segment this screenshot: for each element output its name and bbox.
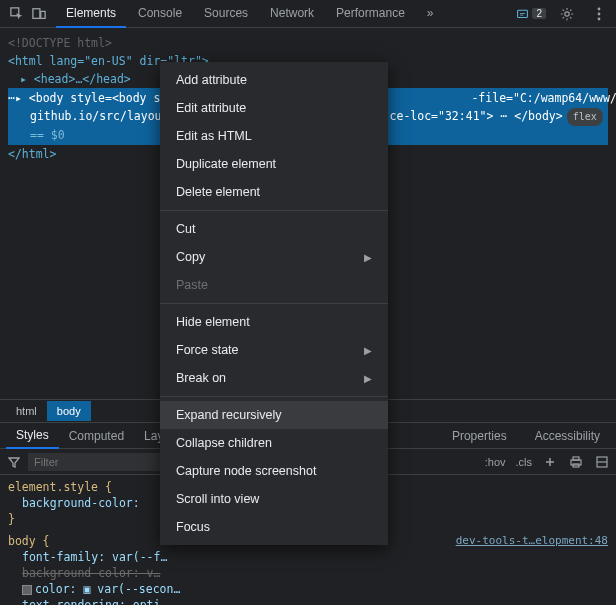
kebab-icon[interactable]: [588, 3, 610, 25]
flex-pill[interactable]: flex: [567, 108, 603, 126]
crumb-html[interactable]: html: [6, 401, 47, 421]
svg-point-6: [598, 12, 601, 15]
issues-icon[interactable]: 2: [516, 7, 546, 20]
tab-console[interactable]: Console: [128, 0, 192, 28]
subtab-properties[interactable]: Properties: [442, 424, 517, 448]
ctx-copy[interactable]: Copy▶: [160, 243, 388, 271]
ctx-duplicate-element[interactable]: Duplicate element: [160, 150, 388, 178]
inspect-icon[interactable]: [6, 3, 28, 25]
tab-network[interactable]: Network: [260, 0, 324, 28]
new-rule-icon[interactable]: [542, 454, 558, 470]
cls-toggle[interactable]: .cls: [516, 456, 533, 468]
ctx-scroll-into-view[interactable]: Scroll into view: [160, 485, 388, 513]
tab-more[interactable]: »: [417, 0, 444, 28]
tab-sources[interactable]: Sources: [194, 0, 258, 28]
ctx-hide-element[interactable]: Hide element: [160, 308, 388, 336]
svg-point-7: [598, 17, 601, 20]
svg-point-5: [598, 7, 601, 10]
gear-icon[interactable]: [556, 3, 578, 25]
chevron-right-icon: ▶: [364, 373, 372, 384]
ctx-paste: Paste: [160, 271, 388, 299]
subtab-styles[interactable]: Styles: [6, 423, 59, 449]
hov-toggle[interactable]: :hov: [485, 456, 506, 468]
ctx-delete-element[interactable]: Delete element: [160, 178, 388, 206]
subtab-accessibility[interactable]: Accessibility: [525, 424, 610, 448]
print-icon[interactable]: [568, 454, 584, 470]
devtools-toolbar: Elements Console Sources Network Perform…: [0, 0, 616, 28]
ctx-focus[interactable]: Focus: [160, 513, 388, 541]
ctx-expand-recursively[interactable]: Expand recursively: [160, 401, 388, 429]
svg-rect-1: [33, 8, 40, 18]
ctx-capture-node-screenshot[interactable]: Capture node screenshot: [160, 457, 388, 485]
ctx-edit-as-html[interactable]: Edit as HTML: [160, 122, 388, 150]
dom-doctype[interactable]: <!DOCTYPE html>: [8, 34, 608, 52]
ctx-break-on[interactable]: Break on▶: [160, 364, 388, 392]
subtab-computed[interactable]: Computed: [59, 424, 134, 448]
device-icon[interactable]: [28, 3, 50, 25]
issues-count: 2: [532, 8, 546, 19]
color-swatch[interactable]: [22, 585, 32, 595]
ctx-separator: [160, 396, 388, 397]
chevron-right-icon: ▶: [364, 252, 372, 263]
crumb-body[interactable]: body: [47, 401, 91, 421]
ctx-separator: [160, 303, 388, 304]
panel-tabs: Elements Console Sources Network Perform…: [56, 0, 444, 28]
svg-point-4: [565, 11, 569, 15]
ctx-force-state[interactable]: Force state▶: [160, 336, 388, 364]
tab-elements[interactable]: Elements: [56, 0, 126, 28]
tab-performance[interactable]: Performance: [326, 0, 415, 28]
ctx-add-attribute[interactable]: Add attribute: [160, 66, 388, 94]
source-link[interactable]: dev-tools-t…elopment:48: [456, 533, 608, 549]
context-menu: Add attributeEdit attributeEdit as HTMLD…: [160, 62, 388, 545]
ctx-separator: [160, 210, 388, 211]
svg-rect-2: [41, 11, 45, 18]
ctx-cut[interactable]: Cut: [160, 215, 388, 243]
filter-input[interactable]: [28, 453, 178, 471]
computed-toggle-icon[interactable]: [594, 454, 610, 470]
ctx-collapse-children[interactable]: Collapse children: [160, 429, 388, 457]
chevron-right-icon: ▶: [364, 345, 372, 356]
filter-icon: [6, 454, 22, 470]
ctx-edit-attribute[interactable]: Edit attribute: [160, 94, 388, 122]
svg-rect-9: [573, 457, 579, 460]
